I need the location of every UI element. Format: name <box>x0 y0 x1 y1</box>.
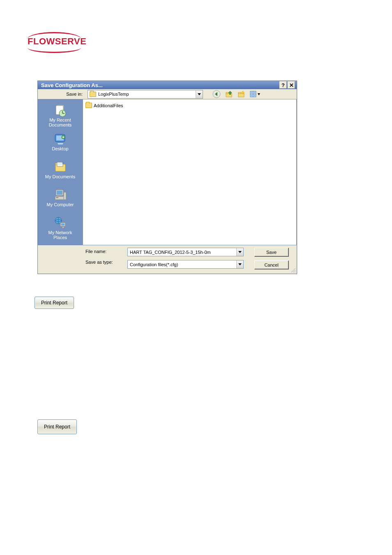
filename-field[interactable]: HART TAG_CONFIG_2012-5-3_15h-0m <box>127 248 244 256</box>
svg-marker-0 <box>198 93 201 95</box>
file-list-pane[interactable]: AdditionalFiles <box>83 99 297 245</box>
view-menu-button[interactable] <box>249 90 261 99</box>
savein-label: Save in: <box>52 92 83 97</box>
brand-logo: FLOWSERVE <box>28 36 86 47</box>
cancel-button[interactable]: Cancel <box>254 260 289 269</box>
up-one-level-button[interactable] <box>224 90 233 99</box>
savein-dropdown[interactable]: LogixPlusTemp <box>88 90 203 99</box>
dialog-title: Save Configuration As... <box>41 82 103 88</box>
chevron-down-icon <box>236 260 243 268</box>
save-dialog: Save Configuration As... ? ✕ Save in: Lo… <box>37 81 297 274</box>
svg-marker-42 <box>238 263 242 265</box>
place-my-documents[interactable]: My Documents <box>39 159 81 182</box>
place-recent-documents[interactable]: My Recent Documents <box>39 102 81 130</box>
my-computer-icon <box>54 188 67 201</box>
close-icon: ✕ <box>289 82 294 88</box>
new-folder-button[interactable] <box>237 90 246 99</box>
place-network-places[interactable]: My Network Places <box>39 214 81 242</box>
svg-rect-15 <box>254 94 256 97</box>
svg-rect-39 <box>61 223 65 226</box>
filetype-value: Configuration files(*.cfg) <box>130 262 236 267</box>
place-desktop[interactable]: Desktop <box>39 131 81 154</box>
places-bar: My Recent Documents Desktop <box>38 99 83 245</box>
print-report-button[interactable]: Print Report <box>35 297 74 309</box>
file-item-name: AdditionalFiles <box>94 103 123 108</box>
back-button[interactable] <box>212 90 221 99</box>
svg-rect-12 <box>251 92 253 94</box>
svg-rect-14 <box>251 94 253 97</box>
svg-marker-16 <box>258 93 260 95</box>
svg-rect-36 <box>64 192 66 200</box>
resize-grip[interactable] <box>290 267 296 273</box>
close-titlebar-button[interactable]: ✕ <box>288 81 295 89</box>
svg-rect-13 <box>254 92 256 94</box>
folder-icon <box>90 92 96 97</box>
svg-line-48 <box>295 272 295 272</box>
list-item[interactable]: AdditionalFiles <box>85 102 294 109</box>
svg-rect-33 <box>57 191 62 195</box>
svg-marker-41 <box>238 251 242 253</box>
savein-toolbar: Save in: LogixPlusTemp <box>38 89 297 99</box>
chevron-down-icon <box>196 90 203 98</box>
svg-rect-40 <box>62 227 64 228</box>
svg-rect-29 <box>58 163 62 164</box>
filetype-label: Save as type: <box>85 260 127 265</box>
svg-rect-30 <box>58 164 62 165</box>
desktop-icon <box>54 132 67 145</box>
filename-value: HART TAG_CONFIG_2012-5-3_15h-0m <box>130 250 236 255</box>
print-report-button[interactable]: Print Report <box>37 419 77 434</box>
svg-rect-7 <box>238 92 241 94</box>
recent-documents-icon <box>54 104 67 117</box>
filename-label: File name: <box>85 249 127 254</box>
help-icon: ? <box>281 82 285 88</box>
svg-rect-35 <box>56 197 58 198</box>
filetype-dropdown[interactable]: Configuration files(*.cfg) <box>127 260 244 269</box>
network-places-icon <box>54 216 67 229</box>
place-my-computer[interactable]: My Computer <box>39 187 81 210</box>
help-titlebar-button[interactable]: ? <box>279 81 287 89</box>
my-documents-icon <box>54 160 67 173</box>
dialog-titlebar: Save Configuration As... ? ✕ <box>38 81 297 89</box>
folder-icon <box>85 103 92 108</box>
chevron-down-icon <box>236 248 243 256</box>
svg-marker-31 <box>62 161 64 164</box>
dialog-bottom: File name: Save as type: HART TAG_CONFIG… <box>38 245 297 274</box>
save-button[interactable]: Save <box>254 248 289 257</box>
savein-value: LogixPlusTemp <box>98 92 194 97</box>
